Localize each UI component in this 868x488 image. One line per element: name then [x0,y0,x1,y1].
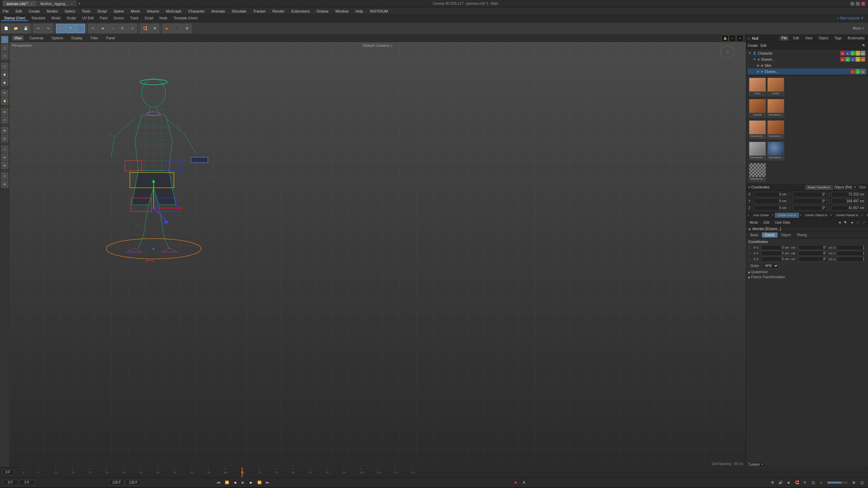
timeline-start-frame[interactable] [2,470,14,475]
order-select[interactable]: HPB PHB BPH [762,263,779,269]
props-tab-basic[interactable]: Basic [748,232,761,238]
tool-custom4[interactable]: ≡ [1,172,8,180]
toolbar-scale-btn[interactable]: ⤢ [127,24,137,33]
swatch-standards3[interactable]: Standards... [767,120,784,139]
tool-poly[interactable]: ◻ [1,44,8,52]
freeze-section[interactable]: Freeze Transformation [748,274,866,280]
menu-script[interactable]: Script [96,8,108,14]
layout-uvedit[interactable]: UV Edit [79,16,96,21]
viewport-tab-cameras[interactable]: Cameras [28,36,46,41]
props-tab-object[interactable]: Object [778,232,793,238]
obj-row-01wom-2[interactable]: ▶ ◈ 01wom... ▲ ▲ ▲ [748,68,867,75]
swatch-standards2[interactable]: Standards... [749,120,766,139]
coord-z-rot[interactable] [793,205,827,211]
swatch-standards5[interactable]: Standards... [767,142,784,160]
tool-nurbs[interactable]: ⬡ [1,63,8,70]
swatch-standards1[interactable]: Standards... [767,99,784,118]
menu-simulate[interactable]: Simulate [231,8,248,14]
axis-close4-btn[interactable]: × [830,214,832,217]
axis-center-btn[interactable]: Axis Center [751,213,771,218]
tool-spline[interactable]: 〜 [1,52,8,60]
layout-template[interactable]: Template (User) [171,16,200,21]
layout-groom[interactable]: Groom [111,16,127,21]
pb-range-btn[interactable]: ◫ [810,479,816,486]
wom2-tag-2[interactable]: ▲ [855,69,860,74]
panel-tab-file[interactable]: File [780,36,789,41]
toolbar-undo-btn[interactable]: ↩ [34,24,43,33]
wom1-tag-2[interactable]: ▲ [845,57,850,62]
pb-motion-btn[interactable]: ◈ [785,479,792,486]
menu-spline[interactable]: Spline [112,8,125,14]
swatch-inside[interactable]: inside [767,78,784,96]
panel-tab-view[interactable]: View [803,36,814,41]
layout-model[interactable]: Model [48,16,63,21]
maximize-btn[interactable]: □ [856,2,860,6]
menu-extensions[interactable]: Extensions [290,8,311,14]
layout-new[interactable]: + New Layouts ▼ [834,16,867,21]
edit-label[interactable]: Edit [761,44,766,47]
swatch-standards4[interactable]: Standards... [749,142,766,160]
axis-close5-btn[interactable]: × [861,214,863,217]
coord-y-pos[interactable] [754,199,788,204]
toolbar-render-btn[interactable]: ▶ [162,24,172,33]
mode-expand-btn[interactable]: ⤢ [861,220,867,225]
viewport-tab-display[interactable]: Display [70,36,85,41]
menu-select[interactable]: Select [63,8,77,14]
viewport-expand-btn[interactable]: ⤢ [729,35,736,42]
pb-audio-btn[interactable]: 🔊 [777,479,784,486]
autokey-btn[interactable]: A [520,479,527,486]
menu-character[interactable]: Character [187,8,206,14]
record-btn[interactable]: ⏺ [512,479,519,486]
menu-octane[interactable]: Octane [315,8,330,14]
toolbar-live-btn[interactable]: ⊕ [98,24,107,33]
props-b-val[interactable] [798,251,828,256]
next-frame-btn[interactable]: ▶ [248,479,255,486]
toolbar-snap-btn[interactable]: 🧲 [140,24,150,33]
tool-deform[interactable]: ⬢ [1,71,8,78]
quaternion-section[interactable]: Quaternion [748,269,866,274]
pb-settings-btn[interactable]: ⚙ [769,479,776,486]
wom1-tag-3[interactable]: ▲ [850,57,855,62]
mode-btn[interactable]: Mode [748,220,760,225]
tool-custom5[interactable]: ⊕ [1,180,8,188]
mode-back-btn[interactable]: ◀ [837,220,842,225]
tool-joint[interactable]: ⊕ [1,108,8,116]
create-label[interactable]: Create [748,44,758,47]
tag-3[interactable]: ▲ [850,51,855,56]
menu-file[interactable]: File [1,8,10,14]
current-time-input[interactable] [19,480,35,485]
play-btn[interactable]: ▶ [240,479,246,486]
menu-render[interactable]: Render [271,8,286,14]
props-h-val[interactable] [798,245,828,250]
coord-x-rot[interactable] [793,192,827,197]
panel-tab-edit[interactable]: Edit [791,36,801,41]
custom-dropdown-btn[interactable]: Custom ▼ [746,462,765,467]
props-pz-val[interactable] [761,257,790,262]
toolbar-render-to-btn[interactable]: ⬛ [172,24,182,33]
layout-node[interactable]: Node [157,16,170,21]
reset-transform-btn[interactable]: Reset Transform [805,185,833,190]
coord-z-size[interactable] [831,205,866,211]
panel-tab-object[interactable]: Object [816,36,830,41]
axis-close-btn[interactable]: × [748,214,749,217]
go-to-start-btn[interactable]: ⏮ [215,479,222,486]
panel-tab-tags[interactable]: Tags [832,36,844,41]
axis-close2-btn[interactable]: × [772,214,774,217]
pb-loop-btn[interactable]: ↻ [802,479,808,486]
tab-mother-close[interactable]: × [71,2,73,6]
toolbar-redo-btn[interactable]: ↪ [43,24,53,33]
wom1-tag-4[interactable]: ▲ [855,57,860,62]
tool-move[interactable]: ↔ [1,36,8,43]
center-to-parent-btn[interactable]: Center to Parent [864,213,868,218]
toolbar-rendersettings-btn[interactable]: ⚙ [182,24,192,33]
navigation-gizmo[interactable]: ⬡ [719,43,736,60]
prev-key-btn[interactable]: ⏪ [223,479,230,486]
userdata-btn[interactable]: User Data [773,220,792,225]
coord-y-size[interactable] [831,199,866,204]
coord-z-pos[interactable] [754,205,788,211]
wom2-tag-3[interactable]: ▲ [861,69,865,74]
toolbar-z-btn[interactable]: Z [76,24,85,33]
tool-effector[interactable]: ⬟ [1,79,8,86]
tag-4[interactable]: ▲ [855,51,860,56]
layout-standard[interactable]: Standard [29,16,48,21]
